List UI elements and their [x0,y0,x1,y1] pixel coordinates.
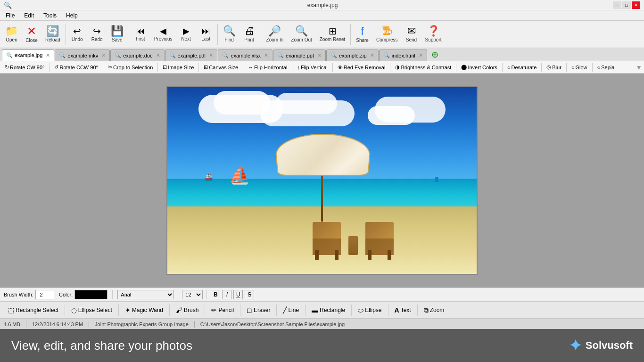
add-tab-button[interactable]: ⊕ [429,49,440,61]
zoom-in-icon: 🔎 [268,26,281,36]
italic-button[interactable]: I [222,290,231,299]
brush-width-input[interactable] [35,290,54,299]
toolbar-sep-1 [66,24,66,45]
zoom-out-button[interactable]: 🔍 Zoom Out [288,24,315,44]
line-icon: ╱ [283,306,287,314]
edit-sep-1 [49,63,50,72]
next-icon: ▶ [183,27,190,35]
menu-tools[interactable]: Tools [40,11,60,20]
crop-button[interactable]: ✂ Crop to Selection [105,63,156,72]
glow-button[interactable]: ○ Glow [569,63,590,72]
find-button[interactable]: 🔍 Find [220,24,239,44]
underline-button[interactable]: U [233,290,243,299]
canvas-size-button[interactable]: ⊞ Canvas Size [201,63,241,72]
tab-mkv[interactable]: 🔍 example.mkv ✕ [55,49,110,61]
brand-icon: ✦ [569,337,582,354]
edit-toolbar-more[interactable]: ▼ [636,64,642,71]
menu-edit[interactable]: Edit [20,11,38,20]
send-button[interactable]: ✉ Send [402,24,421,44]
zoom-in-button[interactable]: 🔎 Zoom In [263,24,287,44]
tab-pdf-close[interactable]: ✕ [209,52,213,58]
tab-xlsx-close[interactable]: ✕ [264,52,268,58]
tab-html[interactable]: 🔍 index.html ✕ [379,49,427,61]
flip-h-button[interactable]: ↔ Flip Horizontal [245,63,290,72]
flip-v-button[interactable]: ↕ Flip Vertical [294,63,330,72]
zoom-reset-button[interactable]: ⊞ Zoom Reset [316,25,348,44]
brush-tool[interactable]: 🖌 Brush [172,304,203,316]
sepia-button[interactable]: ○ Sepia [594,63,618,72]
save-button[interactable]: 💾 Save [107,24,127,44]
close-button[interactable]: ✕ [632,1,640,9]
edit-toolbar: ↻ Rotate CW 90° ↺ Rotate CCW 90° ✂ Crop … [0,61,644,74]
tab-doc[interactable]: 🔍 example.doc ✕ [110,49,164,61]
desaturate-button[interactable]: ○ Desaturate [504,63,539,72]
sailboat: ⛵ [229,165,250,185]
invert-icon: ⬤ [461,64,467,70]
tab-doc-close[interactable]: ✕ [156,52,160,58]
minimize-button[interactable]: ─ [613,1,621,9]
ellipse-tool[interactable]: ⬭ Ellipse [354,304,386,316]
tab-zip-close[interactable]: ✕ [370,52,374,58]
undo-button[interactable]: ↩ Undo [68,25,87,44]
image-canvas[interactable]: ⛵ 🚢 👤 [166,86,478,275]
compress-button[interactable]: 🗜 Compress [373,24,401,44]
red-eye-button[interactable]: 👁 Red Eye Removal [335,63,388,72]
tab-ppt-icon: 🔍 [277,52,284,58]
text-tool[interactable]: A Text [390,304,415,316]
last-button[interactable]: ⏭ Last [197,25,215,43]
invert-button[interactable]: ⬤ Invert Colors [458,63,500,72]
tab-zip[interactable]: 🔍 example.zip ✕ [326,49,379,61]
distant-people: 👤 [434,177,439,182]
color-label: Color: [59,292,73,297]
bold-button[interactable]: B [211,290,220,299]
cloud-4 [276,93,337,114]
ellipse-select-tool[interactable]: ◌ Ellipse Select [67,304,116,316]
window-title: example.jpg [32,2,613,8]
close-button[interactable]: ✕ Close [22,24,41,45]
color-swatch[interactable] [74,290,107,299]
strikethrough-button[interactable]: S [245,290,254,299]
tab-ppt-close[interactable]: ✕ [317,52,322,58]
pencil-tool[interactable]: ✏ Pencil [207,304,238,316]
tab-mkv-label: example.mkv [67,53,98,58]
save-icon: 💾 [111,26,124,36]
blur-button[interactable]: ◎ Blur [544,63,564,72]
find-icon: 🔍 [223,26,236,36]
eraser-tool[interactable]: ◻ Eraser [242,304,274,316]
rotate-ccw-button[interactable]: ↺ Rotate CCW 90° [51,63,100,72]
tab-pdf[interactable]: 🔍 example.pdf ✕ [165,49,218,61]
reload-button[interactable]: 🔄 Reload [42,24,64,44]
tab-mkv-close[interactable]: ✕ [101,52,106,58]
previous-button[interactable]: ◀ Previous [151,25,176,43]
menu-help[interactable]: Help [62,11,82,20]
tab-mkv-icon: 🔍 [59,52,66,58]
rect-select-tool[interactable]: ⬚ Rectangle Select [4,304,63,316]
rotate-cw-button[interactable]: ↻ Rotate CW 90° [2,63,47,72]
menu-file[interactable]: File [2,11,18,20]
edit-sep-12 [566,63,567,72]
footer-brand: ✦ Solvusoft [569,337,633,354]
redo-button[interactable]: ↪ Redo [88,25,107,44]
maximize-button[interactable]: □ [622,1,631,9]
rectangle-tool[interactable]: ▬ Rectangle [307,304,349,316]
share-button[interactable]: f Share [353,24,372,45]
tab-xlsx[interactable]: 🔍 example.xlsx ✕ [218,49,272,61]
tab-html-close[interactable]: ✕ [419,52,423,58]
next-button[interactable]: ▶ Next [177,25,196,43]
tab-ppt[interactable]: 🔍 example.ppt ✕ [273,49,326,61]
magic-wand-tool[interactable]: ✦ Magic Wand [121,304,167,316]
zoom-tool[interactable]: ⧉ Zoom [420,304,449,316]
font-size-select[interactable]: 12 [182,290,203,299]
edit-sep-11 [541,63,542,72]
tab-jpg-close[interactable]: ✕ [46,52,50,58]
print-button[interactable]: 🖨 Print [240,24,259,44]
image-size-button[interactable]: ⊡ Image Size [160,63,197,72]
open-button[interactable]: 📁 Open [2,24,21,44]
font-family-select[interactable]: Arial [117,290,174,299]
brightness-button[interactable]: ◑ Brightness & Contrast [392,63,454,72]
tab-jpg[interactable]: 🔍 example.jpg ✕ [2,49,54,61]
support-button[interactable]: ❓ Support [422,24,445,44]
first-button[interactable]: ⏮ First [131,25,150,43]
beach-chairs [313,222,394,255]
line-tool[interactable]: ╱ Line [279,304,303,316]
